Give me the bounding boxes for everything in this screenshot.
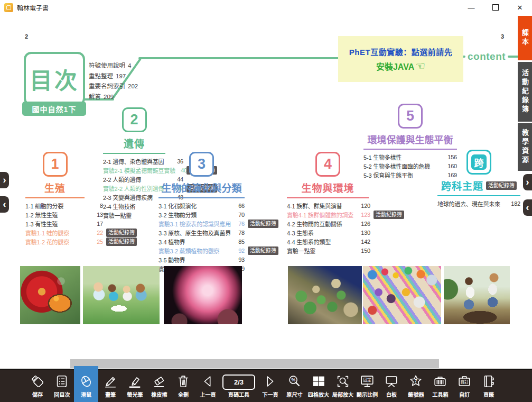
front-matter-item[interactable]: 解答209 <box>89 92 138 103</box>
toolbar-item-label: 上一頁 <box>200 390 216 398</box>
toolbar-toc-list-button[interactable]: 回目次 <box>50 370 74 402</box>
toc-title-box: 目次 <box>24 52 85 106</box>
toolbar-custom-case-button[interactable]: 自訂自訂 <box>452 370 477 402</box>
side-tab-3[interactable]: 教學資源 <box>518 123 532 171</box>
chapter-title-row: 跨科主題活動紀錄簿 <box>437 178 520 193</box>
green-connector-line <box>138 57 341 59</box>
toolbar-magnifier-region-button[interactable]: 局部放大 <box>331 370 355 402</box>
front-matter-page: 197 <box>116 73 126 79</box>
chapter-number-box[interactable]: 3 <box>189 152 214 177</box>
chapter-1-column: 1生殖1-1 細胞的分裂81-2 無性生殖131-3 有性生殖17實驗1-1 蛙… <box>25 152 103 246</box>
horizontal-scrollbar[interactable] <box>70 359 439 368</box>
toc-item[interactable]: 3-3 原核、原生生物及真菌界78 <box>158 228 245 237</box>
side-tab-1[interactable]: 課本 <box>518 16 532 60</box>
chapter-title[interactable]: 生物的演化與分類 <box>161 180 241 195</box>
toc-item[interactable]: 實驗1-2 花的觀察25活動紀錄簿 <box>25 237 103 246</box>
chapter-title[interactable]: 遺傳 <box>124 136 145 150</box>
toc-item[interactable]: 實驗一點靈150 <box>287 246 370 255</box>
activity-book-badge[interactable]: 活動紀錄簿 <box>248 246 278 255</box>
side-tab-strip: 課本活動紀錄簿教學資源 <box>518 16 532 172</box>
side-tab-2[interactable]: 活動紀錄簿 <box>518 62 532 122</box>
minimize-button[interactable]: — <box>459 0 483 15</box>
chapter-title[interactable]: 生殖 <box>44 180 66 195</box>
toc-item-page: 17 <box>91 221 103 227</box>
chapter-title-row: 生物與環境 <box>287 180 369 195</box>
toc-item[interactable]: 1-2 無性生殖13 <box>25 210 103 219</box>
toc-item[interactable]: 3-1 化石與演化66 <box>158 201 245 210</box>
toc-item-label: 3-4 植物界 <box>158 237 233 246</box>
toc-item[interactable]: 4-3 生態系130 <box>287 228 370 237</box>
toolbar-page-indicator-box-button[interactable]: 2/3頁碼工具 <box>220 370 258 402</box>
toolbar-whiteboard-button[interactable]: 白板 <box>379 370 404 402</box>
right-edge-next-arrow[interactable]: › <box>523 174 532 190</box>
toc-item[interactable]: 1-3 有性生殖17 <box>25 219 103 228</box>
toolbar-grid-four-button[interactable]: 四格放大 <box>306 370 331 402</box>
front-matter-page: 4 <box>128 62 131 69</box>
toolbar-item-label: 全刪 <box>178 390 189 398</box>
front-matter-item[interactable]: 重要名詞索引202 <box>89 81 138 92</box>
toolbar-trash-button[interactable]: 全刪 <box>171 370 195 402</box>
chapter-number-box[interactable]: 2 <box>122 107 147 132</box>
left-edge-prev-arrow[interactable]: ‹ <box>0 196 9 213</box>
chapter-number-box[interactable]: 5 <box>398 104 423 129</box>
toolbar-mouse-button[interactable]: 滑鼠 <box>74 366 98 402</box>
toolbar-item-label: 局部放大 <box>332 390 353 398</box>
maximize-button[interactable] <box>483 0 508 15</box>
toc-item-page: 150 <box>359 248 370 254</box>
right-edge-prev-arrow[interactable]: ‹ <box>523 199 532 216</box>
monitor-fixed-icon: 固定 <box>359 373 375 390</box>
toc-item[interactable]: 3-2 生物的分類70 <box>158 210 245 219</box>
chapter-number-box[interactable]: 1 <box>43 152 68 177</box>
bottom-toolbar: 儲存回目次滑鼠畫筆螢光筆橡皮擦全刪上一頁2/3頁碼工具下一頁%原尺寸四格放大局部… <box>0 369 532 402</box>
toolbar-page-tabs-button[interactable]: 頁籤 <box>477 370 501 402</box>
toolbar-eraser-button[interactable]: 橡皮擦 <box>147 370 171 402</box>
toc-item[interactable]: 1-1 細胞的分裂8 <box>25 201 103 210</box>
chapter-title[interactable]: 跨科主題 <box>441 178 483 193</box>
toc-item[interactable]: 實驗3-1 檢索表的認識與應用76活動紀錄簿 <box>158 219 245 228</box>
toolbar-monitor-fixed-button[interactable]: 固定顯示比例 <box>355 370 379 402</box>
toc-item[interactable]: 4-1 族群、群集與演替120 <box>287 201 370 210</box>
photo-sea-anemone <box>164 266 242 324</box>
front-matter-label: 重要名詞索引 <box>89 83 125 89</box>
toc-item-label: 1-2 無性生殖 <box>25 211 91 219</box>
toc-item[interactable]: 4-2 生物間的互動關係126 <box>287 219 370 228</box>
chapter-number-box[interactable]: 跨 <box>466 150 491 175</box>
toc-item[interactable]: 實驗4-1 族群個體數的調查123活動紀錄簿 <box>287 210 370 219</box>
toc-item[interactable]: 地球的過去、現在與未來182 <box>437 199 520 208</box>
toc-item[interactable]: 4-4 生態系的類型142 <box>287 237 370 246</box>
grid-four-icon <box>311 373 326 390</box>
activity-book-badge[interactable]: 活動紀錄簿 <box>106 229 137 237</box>
activity-book-badge[interactable]: 活動紀錄簿 <box>486 181 517 190</box>
toolbar-pen-button[interactable]: 畫筆 <box>98 370 123 402</box>
chapter-items: 4-1 族群、群集與演替120實驗4-1 族群個體數的調查123活動紀錄簿4-2… <box>287 201 370 255</box>
toolbar-highlighter-button[interactable]: 螢光筆 <box>123 370 147 402</box>
toolbar-next-triangle-button[interactable]: 下一頁 <box>258 370 282 402</box>
toc-item-page: 85 <box>233 239 245 245</box>
toolbar-toolbox-button[interactable]: 工具箱 <box>428 370 452 402</box>
toc-item[interactable]: 實驗1-1 蛙的觀察22活動紀錄簿 <box>25 228 103 237</box>
left-page-number: 2 <box>25 33 28 40</box>
toolbar-usb-save-button[interactable]: 儲存 <box>25 370 50 402</box>
activity-book-badge[interactable]: 活動紀錄簿 <box>248 220 278 228</box>
page-indicator-box[interactable]: 2/3 <box>222 374 255 390</box>
chapter-title[interactable]: 生物與環境 <box>301 180 354 195</box>
front-matter-item[interactable]: 符號使用說明4 <box>89 61 138 71</box>
activity-book-badge[interactable]: 活動紀錄簿 <box>374 211 404 219</box>
toolbar-item-label: 儲存 <box>32 390 43 398</box>
chapter-number-box[interactable]: 4 <box>315 152 340 177</box>
activity-book-badge[interactable]: 活動紀錄簿 <box>106 237 137 246</box>
front-matter-item[interactable]: 重點整理197 <box>89 71 138 82</box>
toolbar-item-label: 畫筆 <box>105 390 116 398</box>
toolbar-star-seven-button[interactable]: 7籤號器 <box>404 370 428 402</box>
close-button[interactable]: ✕ <box>508 0 532 15</box>
toolbar-item-label: 回目次 <box>54 390 70 398</box>
toc-item[interactable]: 3-4 植物界85 <box>158 237 245 246</box>
chapter-title[interactable]: 環境保護與生態平衡 <box>368 132 453 146</box>
front-matter-page: 209 <box>104 94 114 100</box>
toolbar-prev-triangle-button[interactable]: 上一頁 <box>195 370 220 402</box>
toc-item-page: 120 <box>359 203 370 209</box>
left-edge-next-arrow[interactable]: › <box>0 172 9 188</box>
toolbar-magnifier-percent-button[interactable]: %原尺寸 <box>282 370 306 402</box>
toc-item[interactable]: 3-5 動物界93 <box>158 255 245 264</box>
toc-item[interactable]: 實驗3-2 蕨類植物的觀察92活動紀錄簿 <box>158 246 245 255</box>
